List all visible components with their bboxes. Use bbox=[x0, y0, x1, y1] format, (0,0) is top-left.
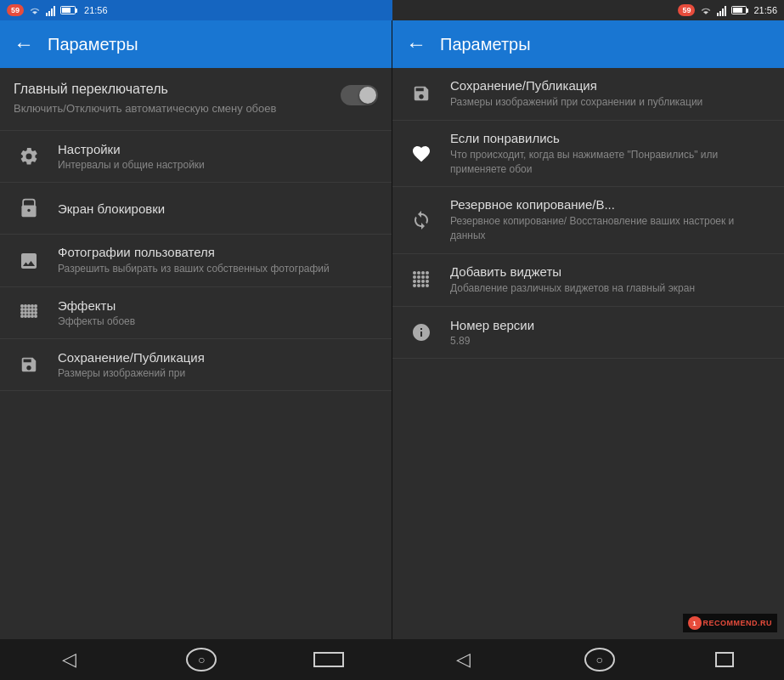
toggle-knob bbox=[359, 87, 376, 104]
setting-item-backup[interactable]: Резервное копирование/В... Резервное коп… bbox=[392, 187, 784, 254]
svg-point-23 bbox=[413, 271, 416, 275]
bottom-nav-right: ◁ ○ bbox=[392, 639, 785, 680]
svg-point-15 bbox=[27, 311, 31, 314]
svg-point-14 bbox=[24, 311, 27, 314]
setting-text-backup: Резервное копирование/В... Резервное коп… bbox=[450, 197, 770, 243]
setting-subtitle-version: 5.89 bbox=[450, 335, 534, 347]
svg-point-12 bbox=[34, 308, 37, 311]
svg-point-4 bbox=[24, 304, 27, 308]
svg-point-26 bbox=[426, 271, 429, 275]
setting-subtitle-save-left: Размеры изображений при bbox=[58, 367, 205, 379]
setting-subtitle-widgets: Добавление различных виджетов на главный… bbox=[450, 281, 695, 296]
setting-text-version: Номер версии 5.89 bbox=[450, 318, 534, 347]
watermark-text: RECOMMEND.RU bbox=[703, 619, 773, 627]
svg-point-34 bbox=[426, 280, 429, 283]
svg-point-2 bbox=[27, 209, 30, 212]
svg-point-3 bbox=[20, 304, 24, 308]
status-time-right: 21:56 bbox=[753, 5, 777, 15]
setting-text-nastroyki: Настройки Интервалы и общие настройки bbox=[58, 142, 205, 171]
main-toggle-section[interactable]: Главный переключатель Включить/Отключить… bbox=[0, 68, 392, 131]
svg-point-11 bbox=[31, 308, 34, 311]
info-icon bbox=[406, 317, 437, 348]
watermark-area: 1 RECOMMEND.RU bbox=[392, 607, 784, 639]
back-nav-button-right[interactable]: ◁ bbox=[443, 645, 484, 674]
setting-title-save-left: Сохранение/Публикация bbox=[58, 350, 205, 365]
svg-point-24 bbox=[417, 271, 420, 275]
setting-text-heart: Если понравились Что происходит, когда в… bbox=[450, 131, 770, 177]
notification-badge-right: 59 bbox=[678, 4, 695, 16]
back-button-left[interactable]: ← bbox=[14, 32, 34, 56]
settings-icon bbox=[14, 141, 44, 172]
setting-subtitle-photos: Разрешить выбирать из ваших собственных … bbox=[58, 262, 330, 276]
svg-point-32 bbox=[417, 280, 420, 283]
setting-text-photos: Фотографии пользователя Разрешить выбира… bbox=[58, 245, 330, 276]
wifi-icon bbox=[29, 5, 41, 15]
svg-point-8 bbox=[20, 308, 24, 311]
backup-icon bbox=[406, 205, 437, 235]
setting-subtitle-heart: Что происходит, когда вы нажимаете "Понр… bbox=[450, 148, 770, 177]
setting-text-save-left: Сохранение/Публикация Размеры изображени… bbox=[58, 350, 205, 379]
svg-point-19 bbox=[24, 314, 27, 318]
battery-icon-right bbox=[731, 6, 748, 14]
setting-title-version: Номер версии bbox=[450, 318, 534, 332]
toggle-subtitle: Включить/Отключить автоматическую смену … bbox=[14, 101, 330, 116]
setting-title-widgets: Добавить виджеты bbox=[450, 264, 695, 279]
svg-point-31 bbox=[413, 280, 416, 283]
setting-title-photos: Фотографии пользователя bbox=[58, 245, 330, 259]
page-title-left: Параметры bbox=[48, 35, 138, 54]
home-nav-button-right[interactable]: ○ bbox=[584, 648, 615, 672]
setting-item-widgets[interactable]: Добавить виджеты Добавление различных ви… bbox=[392, 254, 784, 307]
svg-point-29 bbox=[421, 275, 425, 279]
toggle-switch[interactable] bbox=[341, 85, 378, 105]
effects-icon bbox=[14, 298, 44, 328]
notification-badge-left: 59 bbox=[7, 4, 24, 16]
bottom-nav: ◁ ○ ◁ ○ bbox=[0, 639, 784, 680]
svg-point-36 bbox=[417, 284, 420, 287]
setting-item-photos[interactable]: Фотографии пользователя Разрешить выбира… bbox=[0, 235, 392, 287]
photo-icon bbox=[14, 246, 44, 276]
setting-title-backup: Резервное копирование/В... bbox=[450, 197, 770, 212]
signal-icon-right bbox=[717, 4, 726, 16]
svg-point-16 bbox=[31, 311, 34, 314]
status-time-left: 21:56 bbox=[84, 5, 108, 15]
back-nav-button-left[interactable]: ◁ bbox=[48, 645, 90, 674]
setting-title-heart: Если понравились bbox=[450, 131, 770, 145]
setting-item-version[interactable]: Номер версии 5.89 bbox=[392, 307, 784, 359]
setting-subtitle: Интервалы и общие настройки bbox=[58, 159, 205, 171]
home-nav-button-left[interactable]: ○ bbox=[186, 648, 217, 672]
setting-item-save-left[interactable]: Сохранение/Публикация Размеры изображени… bbox=[0, 339, 392, 391]
svg-point-25 bbox=[421, 271, 425, 275]
setting-subtitle-save-right: Размеры изображений при сохранении и пуб… bbox=[450, 95, 702, 110]
setting-item-heart[interactable]: Если понравились Что происходит, когда в… bbox=[392, 121, 784, 188]
svg-point-33 bbox=[421, 280, 425, 283]
setting-subtitle-backup: Резервное копирование/ Восстановление ва… bbox=[450, 214, 770, 243]
status-bar-right: 59 21:56 bbox=[392, 0, 785, 20]
svg-point-18 bbox=[20, 314, 24, 318]
lock-icon bbox=[14, 193, 44, 224]
top-bar-left: ← Параметры bbox=[0, 20, 392, 68]
recent-nav-button-left[interactable] bbox=[313, 652, 344, 667]
setting-item-effects[interactable]: Эффекты Эффекты обоев bbox=[0, 287, 392, 339]
setting-title-save-right: Сохранение/Публикация bbox=[450, 78, 702, 93]
setting-item-nastroyki[interactable]: Настройки Интервалы и общие настройки bbox=[0, 131, 392, 183]
back-button-right[interactable]: ← bbox=[406, 32, 426, 56]
svg-point-6 bbox=[31, 304, 34, 308]
svg-point-13 bbox=[20, 311, 24, 314]
setting-title-effects: Эффекты bbox=[58, 298, 135, 313]
svg-point-5 bbox=[27, 304, 31, 308]
svg-point-35 bbox=[413, 284, 416, 287]
toggle-title: Главный переключатель bbox=[14, 82, 330, 97]
setting-text-save-right: Сохранение/Публикация Размеры изображени… bbox=[450, 78, 702, 110]
setting-item-save-right[interactable]: Сохранение/Публикация Размеры изображени… bbox=[392, 68, 784, 121]
svg-point-37 bbox=[421, 284, 425, 287]
status-bar-left: 59 21:56 bbox=[0, 0, 392, 20]
recent-nav-button-right[interactable] bbox=[715, 652, 734, 667]
battery-icon bbox=[60, 6, 77, 14]
setting-item-lock[interactable]: Экран блокировки bbox=[0, 183, 392, 235]
panel-right: ← Параметры Сохранение/Публикация Размер… bbox=[392, 20, 784, 639]
widgets-icon bbox=[406, 264, 437, 295]
save-icon-right bbox=[406, 78, 437, 109]
svg-point-28 bbox=[417, 275, 420, 279]
setting-title: Настройки bbox=[58, 142, 205, 156]
svg-point-10 bbox=[27, 308, 31, 311]
